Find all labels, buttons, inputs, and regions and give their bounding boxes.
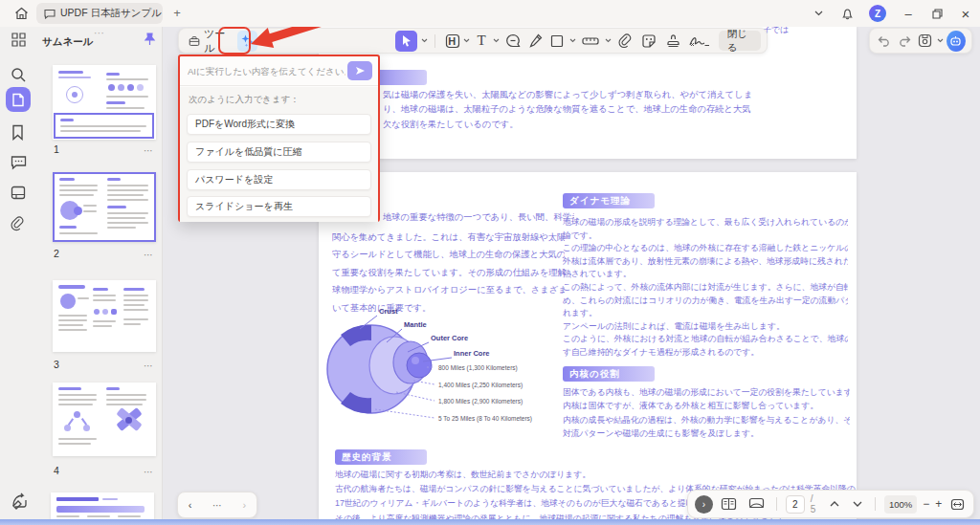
ai-command-panel: 次のように入力できます： PDFをWord形式に変換 ファイルを低品質に圧縮 パ… [178,55,380,222]
text-tool-glyph: T [477,33,485,49]
pen-tool-button[interactable] [526,31,546,52]
svg-text:Crust: Crust [379,307,398,316]
ai-hint-label: 次のように入力できます： [189,94,300,106]
close-window-button[interactable]: × [951,1,980,26]
suggestion-compress-file[interactable]: ファイルを低品質に圧縮 [187,142,371,163]
section-heading-history: 歴史的背景 [335,449,427,465]
svg-text:Outer Core: Outer Core [431,334,468,342]
search-icon[interactable] [11,67,28,84]
sidebar-drag-handle[interactable]: ⋯ [94,27,105,39]
shapes-tool-chevron-icon[interactable] [569,37,576,45]
page-1-thumbnail[interactable] [53,65,156,140]
previous-page-button[interactable] [827,493,844,514]
sidebar-item-page-export[interactable] [11,186,28,203]
viewport-indicator[interactable] [54,113,154,139]
current-page-input[interactable]: 2 [786,495,805,514]
svg-text:Inner Core: Inner Core [454,349,490,358]
heading-tool-button[interactable]: H [442,31,459,52]
section-heading-dynamo: ダイナモ理論 [563,193,655,208]
page-4-menu[interactable]: ⋯ [144,467,154,477]
ai-robot-button[interactable] [947,31,966,52]
titlebar-chevron-down-icon[interactable] [804,1,833,26]
updf-window: 子では 気は磁場の保護を失い、太陽風などの影響によって少しずつ剥ぎ取られ、やがて… [0,0,980,525]
undo-button[interactable] [876,31,893,52]
comment-tool-button[interactable] [503,31,523,52]
tab-title: UPDF 日本語サンプル [60,7,162,20]
stamp-tool-button[interactable] [663,31,683,52]
pin-icon[interactable] [144,33,156,46]
presentation-mode-button[interactable] [745,493,768,514]
page-5-thumbnail[interactable] [51,492,154,519]
fit-width-button[interactable] [947,493,967,514]
page-2-thumbnail[interactable] [53,172,156,242]
title-bar: UPDF 日本語サンプル + Z – × [0,0,980,27]
minimize-button[interactable]: – [894,1,923,26]
send-icon [355,66,366,76]
grid-view-icon[interactable] [11,33,26,47]
sticker-tool-button[interactable] [639,31,659,52]
sidebar-header: ⋯ サムネール [0,27,162,55]
zoom-in-button[interactable]: + [935,497,942,511]
page-total-label: / 5 [811,493,821,514]
suggestion-convert-word[interactable]: PDFをWord形式に変換 [187,114,371,135]
expand-statusbar-button[interactable]: › [695,495,713,514]
select-tool-button[interactable] [395,31,417,52]
sidebar-title: サムネール [42,35,93,49]
page-4-thumbnail[interactable] [53,383,156,456]
inner-core-section-text: 固体である内核も、地球の磁場の形成において一定の役割を果たしています。 内核は固… [563,385,850,441]
status-bar: › 2 / 5 100% − + [687,490,974,518]
page-4-number: 4 [54,465,59,476]
shapes-tool-button[interactable] [548,31,566,52]
suggestion-play-slideshow[interactable]: スライドショーを再生 [187,196,371,217]
page-3-thumbnail[interactable] [53,280,156,352]
svg-text:1,800 Miles (2,900 Kilometers): 1,800 Miles (2,900 Kilometers) [438,398,523,405]
signature-tool-button[interactable] [687,31,711,52]
home-icon[interactable] [11,5,31,22]
next-page-button[interactable] [849,493,866,514]
save-chevron-icon[interactable] [937,37,944,45]
svg-text:800 Miles (1,300 Kilometers): 800 Miles (1,300 Kilometers) [438,364,518,372]
page-flip-icon[interactable] [11,492,28,510]
thumbnail-nav-pill: ‹ ⋯ › [177,492,257,518]
page-2-menu[interactable]: ⋯ [144,250,154,260]
svg-text:Mantle: Mantle [404,320,427,329]
page-layout-button[interactable] [719,493,740,514]
zoom-out-button[interactable]: − [923,497,929,511]
sidebar-item-comments[interactable] [11,155,28,172]
save-button[interactable] [916,31,933,52]
zoom-level[interactable]: 100% [884,495,917,514]
redo-button[interactable] [896,31,913,52]
text-tool-button[interactable]: T [474,31,489,52]
attachment-paperclip-icon[interactable] [11,216,28,233]
ai-command-input[interactable] [188,60,345,81]
maximize-button[interactable] [923,1,951,26]
toolbox-icon [189,34,200,48]
user-avatar[interactable]: Z [869,5,886,22]
ai-input-row [180,56,378,86]
send-button[interactable] [347,61,372,80]
next-button[interactable]: › [243,499,247,511]
close-toolbar-button[interactable]: 閉じる [719,31,761,51]
attach-file-button[interactable] [615,31,635,52]
more-pages-button[interactable]: ⋯ [212,500,222,511]
notification-bell-icon[interactable] [833,1,861,26]
select-tool-chevron-icon[interactable] [421,37,428,45]
suggestion-set-password[interactable]: パスワードを設定 [187,169,371,190]
measure-tool-button[interactable] [580,31,600,52]
svg-text:5 To 25 Miles (8 To 40 Kilomet: 5 To 25 Miles (8 To 40 Kilometers) [438,415,532,423]
document-tab[interactable]: UPDF 日本語サンプル [36,3,163,24]
new-tab-button[interactable]: + [168,4,186,21]
page-3-number: 3 [54,359,59,370]
cursor-icon [401,34,412,47]
prev-button[interactable]: ‹ [189,499,192,511]
page-1-menu[interactable]: ⋯ [144,145,154,156]
heading-glyph: H [448,35,456,47]
sidebar-item-thumbnails[interactable] [6,87,31,112]
page-3-menu[interactable]: ⋯ [144,361,154,371]
page-2-number: 2 [54,248,59,259]
measure-tool-chevron-icon[interactable] [605,37,612,45]
heading-tool-chevron-icon[interactable] [463,37,470,45]
sidebar-item-bookmarks[interactable] [11,124,28,142]
page2-intro-line1: 地球の重要な特徴の一つであり、長い間、科学者たちの [383,211,574,224]
text-tool-chevron-icon[interactable] [493,37,500,45]
